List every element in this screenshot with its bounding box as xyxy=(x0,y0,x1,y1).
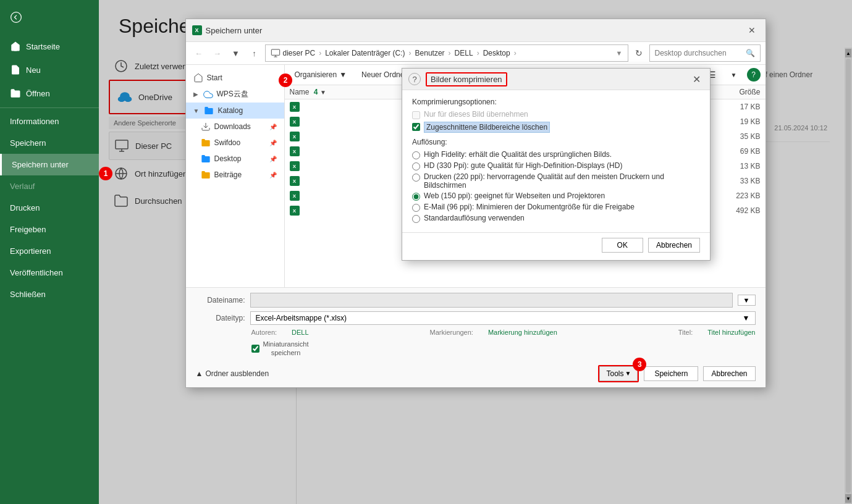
excel-file-icon-4: X xyxy=(290,146,300,156)
dialog-back-button[interactable]: ← xyxy=(191,45,207,61)
radio-web[interactable] xyxy=(412,193,420,201)
dialog-forward-button[interactable]: → xyxy=(209,45,226,61)
dialog-up-button[interactable]: ↑ xyxy=(247,45,263,61)
folder-toggle-label: Ordner ausblenden xyxy=(205,369,269,378)
radio-high-fidelity[interactable] xyxy=(412,151,420,159)
folder-toggle[interactable]: ▲ Ordner ausblenden xyxy=(196,369,269,378)
tools-arrow: ▼ xyxy=(625,370,631,377)
cancel-button[interactable]: Abbrechen xyxy=(703,366,755,381)
compress-options-label: Komprimierungsoptionen: xyxy=(412,98,700,106)
nav-item-wps[interactable]: ▶ WPS云盘 xyxy=(186,86,284,103)
nav-item-swifdoo[interactable]: Swifdoo 📌 xyxy=(186,135,284,151)
desktop-pin-icon: 📌 xyxy=(269,156,277,162)
katalog-expand-arrow: ▼ xyxy=(193,107,200,114)
compress-ok-button[interactable]: OK xyxy=(602,238,643,253)
nav-item-downloads[interactable]: Downloads 📌 xyxy=(186,119,284,135)
radio-drucken[interactable] xyxy=(412,174,420,182)
save-dialog: X Speichern unter ✕ ← → ▼ ↑ dieser PC › … xyxy=(185,19,766,388)
address-part-4: DELL xyxy=(455,49,473,57)
tools-button[interactable]: Tools ▼ xyxy=(599,366,638,381)
sidebar-label-exportieren: Exportieren xyxy=(10,246,51,256)
delete-cropped-checkbox[interactable] xyxy=(412,123,420,131)
view-dropdown-button[interactable]: ▼ xyxy=(726,69,742,81)
sidebar-item-drucken[interactable]: Drucken xyxy=(0,197,99,219)
radio-label-drucken: Drucken (220 ppi): hervorragende Qualitä… xyxy=(424,172,700,190)
address-part-2: Lokaler Datenträger (C:) xyxy=(325,49,405,57)
organieren-button[interactable]: Organisieren ▼ xyxy=(290,68,352,82)
dialog-actions: ▲ Ordner ausblenden Tools ▼ xyxy=(196,363,756,382)
annotation-4-badge: 4 xyxy=(314,88,318,96)
sidebar-item-verlauf[interactable]: Verlauf xyxy=(0,175,99,197)
autoren-val[interactable]: DELL xyxy=(292,329,309,336)
sidebar-label-neu: Neu xyxy=(26,65,41,75)
thumbnail-checkbox[interactable] xyxy=(251,345,259,353)
titel-val[interactable]: Titel hinzufügen xyxy=(707,329,755,336)
help-button[interactable]: ? xyxy=(747,68,761,82)
organieren-label: Organisieren xyxy=(295,70,337,79)
sidebar-item-oeffnen[interactable]: Öffnen xyxy=(0,82,99,105)
sidebar-item-startseite[interactable]: Startseite xyxy=(0,35,99,58)
excel-file-icon-1: X xyxy=(290,102,300,112)
compress-actions: OK Abbrechen xyxy=(402,232,710,260)
dialog-recent-button[interactable]: ▼ xyxy=(228,45,244,61)
resolution-standard: Standardauflösung verwenden xyxy=(412,214,700,223)
sidebar-item-schliessen[interactable]: Schließen xyxy=(0,284,99,305)
only-this-label: Nur für dieses Bild übernehmen xyxy=(424,110,528,119)
filename-input-container xyxy=(250,293,733,308)
nav-label-desktop: Desktop xyxy=(214,154,242,163)
sidebar-item-exportieren[interactable]: Exportieren xyxy=(0,240,99,262)
filename-dropdown: ▼ xyxy=(738,295,756,306)
excel-file-icon-2: X xyxy=(290,117,300,127)
resolution-high-fidelity: High Fidelity: erhält die Qualität des u… xyxy=(412,150,700,159)
radio-label-hd: HD (330 Ppi): gute Qualität für High-Def… xyxy=(424,161,622,170)
main-content: Speichern unter Zuletzt verwendet xyxy=(99,0,852,504)
filetype-select[interactable]: Excel-Arbeitsmappe (*.xlsx) ▼ xyxy=(250,311,756,325)
sidebar-item-informationen[interactable]: Informationen xyxy=(0,111,99,132)
only-this-checkbox[interactable] xyxy=(412,111,420,119)
dialog-address-toolbar: ← → ▼ ↑ dieser PC › Lokaler Datenträger … xyxy=(186,42,766,65)
radio-hd[interactable] xyxy=(412,162,420,170)
sidebar-item-neu[interactable]: Neu xyxy=(0,58,99,82)
compress-help-q[interactable]: ? xyxy=(408,73,421,85)
sidebar-label-freigeben: Freigeben xyxy=(10,225,46,234)
sidebar-item-freigeben[interactable]: Freigeben xyxy=(0,219,99,240)
sidebar: Startseite Neu Öffnen Informationen Spei… xyxy=(0,0,99,504)
compress-close-button[interactable]: ✕ xyxy=(689,72,704,86)
downloads-pin-icon: 📌 xyxy=(269,124,277,130)
search-icon: 🔍 xyxy=(746,49,755,57)
sidebar-item-speichern[interactable]: Speichern xyxy=(0,132,99,154)
address-dropdown[interactable]: ▼ xyxy=(616,49,623,57)
search-input[interactable] xyxy=(655,49,743,57)
compress-dialog: ? Bilder komprimieren ✕ Komprimierungsop… xyxy=(402,68,711,261)
dialog-close-button[interactable]: ✕ xyxy=(744,23,759,38)
sidebar-label-veroeffentlichen: Veröffentlichen xyxy=(10,268,63,277)
dialog-refresh-button[interactable]: ↻ xyxy=(631,45,647,61)
sidebar-label-informationen: Informationen xyxy=(10,117,59,126)
markierungen-val[interactable]: Markierung hinzufügen xyxy=(488,329,557,336)
save-button[interactable]: Speichern xyxy=(644,366,698,381)
nav-label-downloads: Downloads xyxy=(214,122,251,131)
nav-item-beitraege[interactable]: Beiträge 📌 xyxy=(186,167,284,183)
filename-dropdown-btn[interactable]: ▼ xyxy=(738,295,756,306)
filename-row: Dateiname: ▼ xyxy=(196,293,756,308)
thumbnail-label: Miniaturansicht speichern xyxy=(263,340,309,358)
sidebar-label-schliessen: Schließen xyxy=(10,290,46,299)
excel-file-icon-5: X xyxy=(290,161,300,171)
sidebar-item-veroeffentlichen[interactable]: Veröffentlichen xyxy=(0,262,99,284)
nav-desktop-icon xyxy=(201,154,211,164)
nav-item-desktop[interactable]: Desktop 📌 xyxy=(186,151,284,167)
address-part-3: Benutzer xyxy=(415,49,445,57)
compress-title-box: Bilder komprimieren xyxy=(426,72,507,86)
meta-row: Autoren: DELL Markierungen: Markierung h… xyxy=(196,329,756,336)
compress-cancel-button[interactable]: Abbrechen xyxy=(648,238,700,253)
nav-item-katalog[interactable]: ▼ Katalog xyxy=(186,103,284,119)
sidebar-item-speichern-unter[interactable]: Speichern unter xyxy=(0,154,99,175)
radio-email[interactable] xyxy=(412,204,420,212)
address-bar[interactable]: dieser PC › Lokaler Datenträger (C:) › B… xyxy=(265,44,628,62)
radio-standard[interactable] xyxy=(412,215,420,223)
dialog-titlebar: X Speichern unter ✕ xyxy=(186,19,766,42)
compress-titlebar: ? Bilder komprimieren ✕ xyxy=(402,69,710,90)
nav-item-start[interactable]: Start xyxy=(186,70,284,86)
dialog-bottom: Dateiname: ▼ Dateityp: Excel-Arbeitsmapp… xyxy=(186,287,766,387)
back-button[interactable] xyxy=(0,0,99,35)
